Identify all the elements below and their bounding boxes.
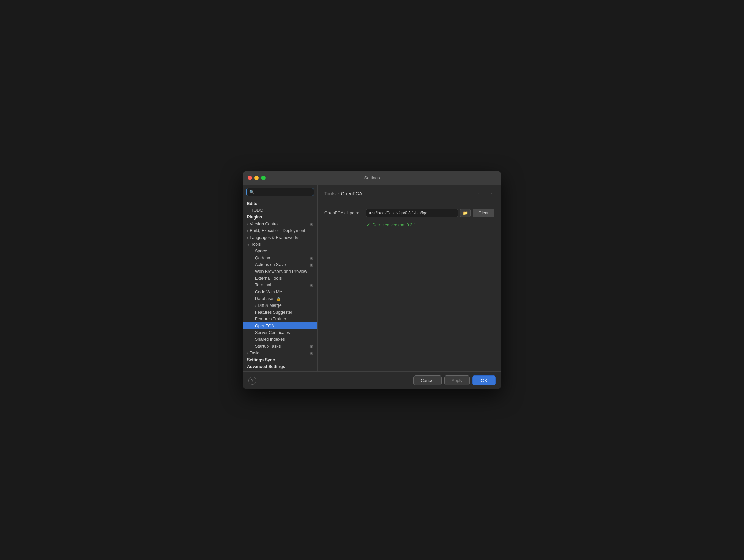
maximize-button[interactable] (261, 176, 266, 180)
nav-arrows: ← → (476, 190, 494, 197)
chevron-right-icon: › (247, 236, 248, 240)
status-check-icon: ✔ (367, 222, 370, 227)
apply-button[interactable]: Apply (444, 375, 470, 385)
breadcrumb: Tools › OpenFGA (324, 191, 362, 196)
sidebar-item-server-certificates[interactable]: Server Certificates (243, 329, 317, 336)
sidebar-item-terminal[interactable]: Terminal ▣ (243, 282, 317, 288)
minimize-button[interactable] (254, 176, 259, 180)
sidebar-item-label: Editor (247, 201, 259, 206)
sidebar-item-shared-indexes[interactable]: Shared Indexes (243, 336, 317, 343)
chevron-right-icon: › (247, 351, 248, 355)
modified-badge: ▣ (310, 351, 313, 355)
breadcrumb-separator: › (338, 191, 339, 196)
titlebar: Settings (243, 171, 501, 185)
content-area: 🔍 Editor TODO Plugins › Version C (243, 185, 501, 371)
modified-badge: ▣ (310, 263, 313, 267)
modified-badge: ▣ (310, 344, 313, 349)
cli-path-label: OpenFGA cli path: (324, 211, 362, 215)
close-button[interactable] (248, 176, 252, 180)
sidebar-item-features-trainer[interactable]: Features Trainer (243, 316, 317, 322)
modified-badge: ▣ (310, 256, 313, 260)
sidebar-item-database[interactable]: Database 🔒 (243, 295, 317, 302)
sidebar-item-label: Database (255, 296, 273, 301)
sidebar-item-label: Diff & Merge (258, 303, 281, 308)
sidebar-item-label: Version Control (250, 222, 278, 226)
forward-button[interactable]: → (486, 190, 494, 197)
cancel-button[interactable]: Cancel (413, 375, 441, 385)
main-panel: Tools › OpenFGA ← → OpenFGA cli path: 📁 (318, 185, 501, 371)
sidebar-item-build-execution[interactable]: › Build, Execution, Deployment (243, 227, 317, 234)
sidebar-item-tools[interactable]: ∨ Tools (243, 241, 317, 248)
sidebar-item-code-with-me[interactable]: Code With Me (243, 288, 317, 295)
help-button[interactable]: ? (248, 377, 256, 385)
main-content: OpenFGA cli path: 📁 Clear ✔ Detected ver… (318, 202, 501, 371)
clear-button[interactable]: Clear (473, 209, 494, 217)
sidebar-item-startup-tasks[interactable]: Startup Tasks ▣ (243, 343, 317, 350)
sidebar-item-label: Features Trainer (255, 317, 286, 321)
settings-window: Settings 🔍 Editor TODO Plugins (243, 171, 501, 389)
back-button[interactable]: ← (476, 190, 484, 197)
sidebar-item-label: Startup Tasks (255, 344, 281, 349)
sidebar-item-label: Actions on Save (255, 262, 286, 267)
folder-icon: 📁 (463, 211, 468, 215)
search-input[interactable] (256, 190, 311, 194)
cli-path-row: OpenFGA cli path: 📁 Clear (324, 209, 494, 217)
sidebar-item-plugins[interactable]: Plugins (243, 214, 317, 221)
sidebar-item-openfga[interactable]: OpenFGA (243, 322, 317, 329)
main-header: Tools › OpenFGA ← → (318, 185, 501, 202)
bottom-bar: ? Cancel Apply OK (243, 371, 501, 389)
modified-badge: ▣ (310, 222, 313, 226)
sidebar-item-web-browsers[interactable]: Web Browsers and Preview (243, 268, 317, 275)
breadcrumb-current: OpenFGA (341, 191, 362, 196)
sidebar-item-label: Build, Execution, Deployment (250, 228, 305, 233)
sidebar: 🔍 Editor TODO Plugins › Version C (243, 185, 318, 371)
sidebar-item-advanced-settings[interactable]: Advanced Settings (243, 363, 317, 370)
sidebar-item-qodana[interactable]: Qodana ▣ (243, 255, 317, 261)
window-title: Settings (364, 175, 380, 180)
sidebar-item-label: TODO (251, 208, 263, 213)
sidebar-item-space[interactable]: Space (243, 248, 317, 255)
sidebar-item-actions-on-save[interactable]: Actions on Save ▣ (243, 261, 317, 268)
cli-path-input-group: 📁 Clear (366, 209, 494, 217)
sidebar-item-todo[interactable]: TODO (243, 207, 317, 214)
cli-path-input[interactable] (366, 209, 458, 217)
sidebar-item-tasks[interactable]: › Tasks ▣ (243, 350, 317, 356)
sidebar-item-editor[interactable]: Editor (243, 200, 317, 207)
sidebar-item-label: Features Suggester (255, 310, 292, 315)
sidebar-item-label: Terminal (255, 283, 271, 287)
breadcrumb-parent[interactable]: Tools (324, 191, 336, 196)
sidebar-item-label: Advanced Settings (247, 364, 285, 369)
modified-badge: ▣ (310, 283, 313, 287)
bottom-actions: Cancel Apply OK (413, 375, 496, 385)
status-text: Detected version: 0.3.1 (372, 223, 416, 227)
sidebar-item-label: Languages & Frameworks (250, 235, 299, 240)
sidebar-item-features-suggester[interactable]: Features Suggester (243, 309, 317, 316)
sidebar-item-languages-frameworks[interactable]: › Languages & Frameworks (243, 234, 317, 241)
sidebar-tree: Editor TODO Plugins › Version Control ▣ (243, 199, 317, 371)
sidebar-item-label: Qodana (255, 256, 270, 260)
sidebar-item-diff-merge[interactable]: › Diff & Merge (243, 302, 317, 309)
ok-button[interactable]: OK (472, 375, 496, 385)
sidebar-item-label: Code With Me (255, 290, 282, 294)
search-box[interactable]: 🔍 (246, 188, 314, 196)
chevron-right-icon: › (255, 304, 256, 308)
sidebar-item-label: OpenFGA (255, 323, 274, 328)
sidebar-item-settings-sync[interactable]: Settings Sync (243, 356, 317, 363)
sidebar-item-label: Space (255, 249, 267, 253)
chevron-right-icon: › (247, 222, 248, 226)
sidebar-item-label: External Tools (255, 276, 282, 281)
sidebar-item-label: Settings Sync (247, 357, 275, 362)
sidebar-item-label: Web Browsers and Preview (255, 269, 307, 274)
sidebar-item-version-control[interactable]: › Version Control ▣ (243, 221, 317, 227)
chevron-right-icon: › (247, 229, 248, 233)
chevron-down-icon: ∨ (247, 243, 249, 246)
search-icon: 🔍 (249, 190, 254, 194)
traffic-lights (248, 176, 266, 180)
sidebar-item-external-tools[interactable]: External Tools (243, 275, 317, 282)
sidebar-item-label: Tasks (250, 351, 260, 355)
browse-folder-button[interactable]: 📁 (460, 209, 471, 217)
status-row: ✔ Detected version: 0.3.1 (324, 222, 494, 227)
lock-icon: 🔒 (276, 297, 281, 301)
sidebar-item-label: Server Certificates (255, 330, 290, 335)
sidebar-item-label: Tools (251, 242, 261, 247)
